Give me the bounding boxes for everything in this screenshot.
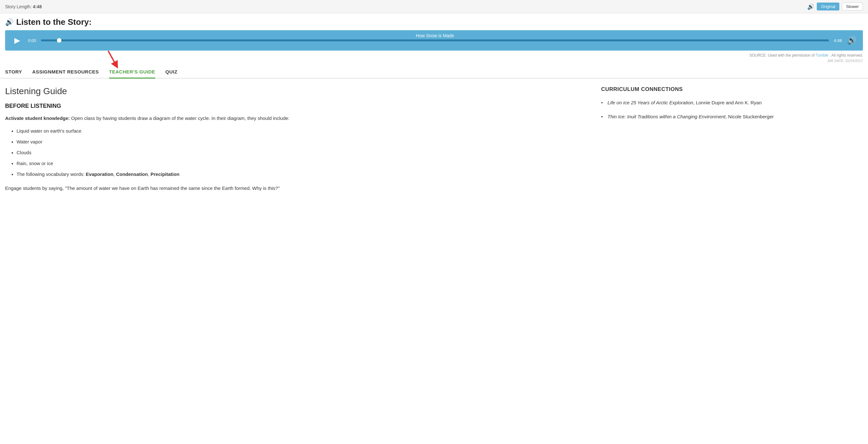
curriculum-item-1: Life on Ice 25 Years of Arctic Explorati… xyxy=(601,99,841,106)
air-date-line: AIR DATE: 02/24/2017 xyxy=(0,59,868,65)
progress-bar-container[interactable]: How Snow is Made xyxy=(41,39,829,41)
list-item-vocab: The following vocabulary words: Evaporat… xyxy=(11,170,588,178)
content-left: Listening Guide BEFORE LISTENING Activat… xyxy=(5,86,588,192)
before-listening-list: Liquid water on earth's surface Water va… xyxy=(5,127,588,178)
speed-controls: 🔊 Original Slower xyxy=(807,3,863,10)
vocab-evaporation: Evaporation xyxy=(86,171,114,177)
story-length: Story Length: 4:48 xyxy=(5,4,42,9)
activate-label: Activate student knowledge: xyxy=(5,116,70,121)
list-item: Rain, snow or ice xyxy=(11,160,588,167)
story-length-value: 4:48 xyxy=(33,4,42,9)
curriculum-item-2: Thin Ice: Inuit Traditions within a Chan… xyxy=(601,113,841,121)
tab-assignment-resources[interactable]: ASSIGNMENT RESOURCES xyxy=(32,65,99,78)
main-content: Listening Guide BEFORE LISTENING Activat… xyxy=(0,86,868,192)
listen-sound-icon: 🔊 xyxy=(5,18,14,26)
air-date-label: AIR DATE: xyxy=(828,59,844,63)
engage-text: Engage students by saying, "The amount o… xyxy=(5,185,588,192)
list-item: Liquid water on earth's surface xyxy=(11,127,588,135)
top-bar: Story Length: 4:48 🔊 Original Slower xyxy=(0,0,868,13)
slower-speed-button[interactable]: Slower xyxy=(842,3,863,10)
source-label: SOURCE: xyxy=(749,53,767,58)
listening-guide-title: Listening Guide xyxy=(5,86,588,96)
curriculum-item-2-rest: , Nicole Stuckenberger xyxy=(725,114,774,119)
curriculum-item-2-title: Thin Ice: Inuit Traditions within a Chan… xyxy=(608,114,725,119)
audio-title: How Snow is Made xyxy=(416,33,454,38)
tab-story[interactable]: STORY xyxy=(5,65,22,78)
activate-knowledge-text: Activate student knowledge: Open class b… xyxy=(5,115,588,122)
play-button[interactable] xyxy=(11,35,23,46)
story-length-label: Story Length: xyxy=(5,4,31,9)
curriculum-list: Life on Ice 25 Years of Arctic Explorati… xyxy=(601,99,841,121)
source-line: SOURCE: Used with the permission of Tumb… xyxy=(0,51,868,59)
time-end: 4:48 xyxy=(834,38,842,43)
tab-teachers-guide[interactable]: TEACHER'S GUIDE xyxy=(109,65,155,78)
tabs-bar: STORY ASSIGNMENT RESOURCES TEACHER'S GUI… xyxy=(0,65,868,78)
listen-section: 🔊 Listen to the Story: 0:00 How Snow is … xyxy=(0,13,868,51)
listen-heading: 🔊 Listen to the Story: xyxy=(5,17,863,27)
tab-quiz[interactable]: QUIZ xyxy=(165,65,178,78)
curriculum-heading: CURRICULUM CONNECTIONS xyxy=(601,86,841,93)
curriculum-item-1-rest: , Lonnie Dupre and Ann K. Ryan xyxy=(693,100,762,105)
content-right: CURRICULUM CONNECTIONS Life on Ice 25 Ye… xyxy=(601,86,841,192)
audio-player: 0:00 How Snow is Made 4:48 🔊 xyxy=(5,30,863,51)
volume-icon: 🔊 xyxy=(807,3,814,10)
vocab-precipitation: Precipitation xyxy=(151,171,180,177)
listen-heading-text: Listen to the Story: xyxy=(16,17,92,27)
progress-thumb[interactable] xyxy=(57,38,61,43)
original-speed-button[interactable]: Original xyxy=(817,3,839,10)
source-text: Used with the permission of xyxy=(768,53,814,58)
air-date-value: 02/24/2017 xyxy=(845,59,863,63)
activate-body: Open class by having students draw a dia… xyxy=(70,116,289,121)
curriculum-item-1-title: Life on Ice 25 Years of Arctic Explorati… xyxy=(608,100,693,105)
time-start: 0:00 xyxy=(28,38,36,43)
before-listening-heading: BEFORE LISTENING xyxy=(5,103,588,109)
list-item: Water vapor xyxy=(11,138,588,146)
tumble-link[interactable]: Tumble xyxy=(816,53,829,58)
progress-track[interactable] xyxy=(41,39,829,41)
volume-slider-icon[interactable]: 🔊 xyxy=(847,36,857,45)
list-item: Clouds xyxy=(11,149,588,157)
source-suffix: . All rights reserved. xyxy=(830,53,863,58)
vocab-condensation: Condensation xyxy=(116,171,148,177)
